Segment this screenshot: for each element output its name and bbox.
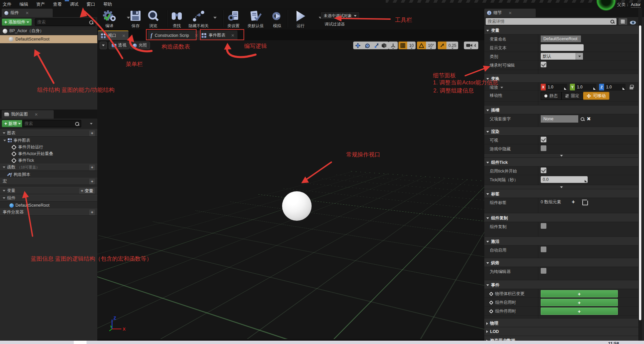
details-scrollbar[interactable] [638, 8, 642, 341]
toolbar-button-browse[interactable]: 浏览 [147, 9, 160, 29]
details-section-22[interactable]: 组件复制 [484, 213, 638, 222]
close-icon[interactable]: ✕ [35, 112, 38, 117]
toolbar-button-simulate[interactable]: 模拟 [270, 9, 284, 29]
menu-item-2[interactable]: 资产 [36, 1, 45, 7]
tab-event-graph[interactable]: 事件图表✕ [199, 30, 237, 40]
menu-item-5[interactable]: 窗口 [87, 1, 95, 7]
blueprint-section-9[interactable]: 组件 [0, 195, 97, 202]
details-section-16[interactable]: 组件Tick [484, 158, 638, 166]
advanced-expander[interactable] [484, 154, 638, 158]
blueprint-section-8[interactable]: 变量+ 变量 [0, 187, 97, 194]
tab-components[interactable]: 组件 ✕ [2, 9, 53, 17]
close-icon[interactable]: ✕ [231, 33, 234, 38]
mobility-1[interactable]: 固定 [561, 92, 583, 100]
add-component-button[interactable]: + 添加组件 [2, 18, 32, 26]
close-icon[interactable]: ✕ [25, 11, 29, 15]
move-tool[interactable] [353, 42, 363, 49]
details-section-34[interactable]: LOD [484, 327, 638, 336]
variable-name-value[interactable]: DefaultSceneRoot [541, 36, 581, 42]
checkbox[interactable] [541, 137, 546, 142]
mobility-0[interactable]: 静态 [541, 92, 561, 100]
blueprint-item-1[interactable]: 事件图表 [0, 137, 97, 144]
scale-snap-value[interactable]: 0.25 [446, 42, 458, 49]
tooltip-input[interactable] [541, 44, 584, 51]
lit-button[interactable]: 光照 [130, 42, 150, 49]
blueprint-item-4[interactable]: 事件Tick [0, 157, 97, 164]
menu-item-4[interactable]: 调试 [70, 1, 78, 7]
add-icon[interactable]: + [89, 209, 95, 215]
details-section-33[interactable]: 物理 [484, 319, 638, 327]
menu-item-1[interactable]: 编辑 [19, 1, 28, 7]
menu-item-6[interactable]: 帮助 [103, 1, 112, 7]
expand-arrow-icon[interactable] [3, 190, 5, 192]
add-event-button[interactable]: + [541, 299, 618, 306]
toolbar-button-play[interactable]: 运行 [294, 9, 307, 29]
blueprint-section-0[interactable]: 图表+ [0, 130, 97, 137]
close-icon[interactable]: ✕ [122, 33, 125, 38]
search-icon[interactable] [580, 117, 585, 121]
add-new-button[interactable]: + 新增 [2, 120, 23, 127]
rotation-snap-toggle[interactable] [417, 42, 426, 49]
toolbar-button-save[interactable]: 保存 [129, 9, 142, 29]
toolbar-button-hide-unrelated[interactable]: 隐藏不相关 [189, 9, 209, 29]
expand-arrow-icon[interactable] [3, 166, 5, 168]
rotation-snap-value[interactable]: 10° [426, 42, 436, 49]
debug-object-dropdown[interactable]: 未选中调试对象 [321, 12, 360, 19]
details-section-24[interactable]: 激活 [484, 237, 638, 246]
components-search-input[interactable]: 搜索 [35, 18, 95, 26]
component-row-0[interactable]: BP_Actor（自身） [0, 27, 97, 35]
details-section-26[interactable]: 烘焙 [484, 258, 638, 267]
toolbar-button-compile[interactable]: 编译 [102, 9, 117, 29]
lock-icon[interactable] [630, 85, 634, 89]
scale-z-field[interactable]: Z1.0 [599, 84, 626, 90]
blueprint-item-2[interactable]: 事件开始运行 [0, 144, 97, 150]
menu-item-3[interactable]: 查看 [53, 1, 62, 7]
eye-icon[interactable] [630, 21, 636, 24]
checkbox[interactable] [541, 167, 546, 173]
checkbox[interactable] [541, 62, 546, 67]
blueprint-section-7[interactable]: 宏+ [0, 178, 97, 185]
expand-arrow-icon[interactable] [3, 197, 5, 199]
surface-snap-button[interactable] [388, 42, 398, 49]
tab-viewport[interactable]: 视口✕ [98, 30, 128, 40]
checkbox[interactable] [541, 145, 546, 151]
parent-socket-value[interactable]: None [541, 115, 578, 123]
toolbar-button-class-settings[interactable]: 类设置 [227, 9, 240, 29]
tick-interval-field[interactable]: 0.0 [541, 176, 588, 183]
mobility-2[interactable]: 可移动 [583, 92, 609, 100]
sphere-mesh[interactable] [282, 191, 312, 221]
blueprint-item-10[interactable]: DefaultSceneRoot [0, 202, 97, 209]
viewport[interactable]: 透视 光照 1010°0.254 Z X Y [97, 40, 484, 339]
add-icon[interactable]: + [89, 179, 95, 184]
details-section-6[interactable]: 变换 [484, 74, 638, 83]
checkbox[interactable] [541, 223, 546, 229]
details-section-0[interactable]: 变量 [484, 26, 638, 35]
tab-my-blueprint[interactable]: 我的蓝图 ✕ [2, 110, 54, 119]
add-icon[interactable]: + [89, 164, 95, 170]
add-event-button[interactable]: + [541, 307, 618, 315]
expand-arrow-icon[interactable] [3, 140, 6, 141]
trash-icon[interactable] [582, 200, 587, 205]
viewport-options-button[interactable] [100, 42, 107, 49]
add-icon[interactable]: + [89, 130, 95, 136]
blueprint-item-6[interactable]: ⇗f构造脚本 [0, 171, 97, 178]
blueprint-section-5[interactable]: 函数（18可覆盖）+ [0, 164, 97, 171]
grid-snap-toggle[interactable] [398, 42, 407, 49]
toolbar-button-find[interactable]: 查找 [170, 9, 183, 29]
scale-x-field[interactable]: X1.0 [541, 84, 567, 90]
blueprint-search-input[interactable]: 搜索 [22, 120, 81, 127]
grid-snap-value[interactable]: 10 [407, 42, 416, 49]
toolbar-button-class-defaults[interactable]: 类默认值 [248, 9, 264, 29]
camera-speed-button[interactable]: 4 [464, 42, 478, 49]
taskbar-item[interactable] [74, 341, 87, 344]
details-section-12[interactable]: 渲染 [484, 127, 638, 136]
menu-item-0[interactable]: 文件 [3, 1, 11, 7]
display-filter-button[interactable] [619, 18, 627, 25]
scrollbar-thumb[interactable] [639, 25, 641, 320]
tab-construction-script[interactable]: fConstruction Scrip✕ [148, 30, 201, 40]
parent-class-link[interactable]: Actor [631, 2, 641, 8]
checkbox[interactable] [541, 268, 546, 274]
add-variable-button[interactable]: + 变量 [79, 188, 95, 194]
perspective-button[interactable]: 透视 [109, 42, 129, 49]
close-icon[interactable]: ✕ [195, 33, 198, 38]
